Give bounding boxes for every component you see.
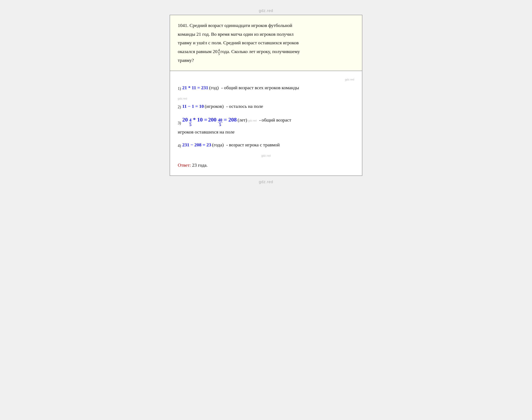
step2-formula: 11 − 1 = 10 [182,102,204,111]
step1-number: 1) [178,85,181,92]
step1-row: 1) 21 * 11 = 231 (год) - общий возраст в… [178,83,354,92]
problem-frac-num: 4 [218,49,220,52]
step3-inner: 3) 2045 * 10 = 200405 = 208 (лет) gdz.re… [178,115,354,127]
bottom-watermark: gdz.red [259,180,273,184]
step3-row: 3) 2045 * 10 = 200405 = 208 (лет) gdz.re… [178,115,354,136]
step1-inner: 1) 21 * 11 = 231 (год) - общий возраст в… [178,83,354,92]
main-box: 1041. Средний возраст одиннадцати игроко… [170,15,362,176]
solution-section: gdz.red 1) 21 * 11 = 231 (год) - общий в… [170,71,362,175]
step3-result-frac-den: 5 [219,122,222,127]
problem-text-line4-pre: оказался равным 20 [178,49,217,54]
step4-inner: 4) 231 − 208 = 23 (года) - возраст игрок… [178,140,354,149]
mid-watermark-4: gdz.red [178,153,354,159]
answer-text: 23 года. [192,162,208,168]
step4-number: 4) [178,142,181,149]
mid-watermark-2: gdz.red [178,96,354,101]
step3-desc-line2: игроков оставшихся на поле [178,128,354,136]
step3-desc: общий возраст [262,116,291,124]
step2-number: 2) [178,103,181,111]
mid-watermark-1: gdz.red [178,77,354,82]
step1-desc: - общий возраст всех игроков команды [221,83,299,92]
mid-watermark-3: gdz.red [248,118,257,123]
step3-eq: = 208 [224,115,237,125]
step3-frac-den: 5 [189,122,192,127]
problem-number: 1041. [178,23,189,28]
step3-desc-2: игроков оставшихся на поле [178,129,235,135]
top-watermark: gdz.red [259,9,273,13]
step3-mixed-frac: 45 [189,118,192,127]
step3-result-int: 200 [208,115,217,125]
step1-formula: 21 * 11 = 231 [182,83,208,92]
step2-row: 2) 11 − 1 = 10 (игроков) - осталось на п… [178,102,354,111]
step4-unit: (года) [212,140,224,149]
step1-unit: (год) [209,83,219,92]
step3-number: 3) [178,120,181,127]
step2-desc: - осталось на поле [226,102,263,111]
step3-desc-dash: - [259,116,261,124]
step4-formula: 231 − 208 = 23 [182,140,211,149]
step2-unit: (игроков) [205,102,224,111]
problem-text-line4-post: года. Сколько лет игроку, получившему [220,49,300,54]
step3-mixed-int: 20 [182,115,188,125]
step3-result-frac: 405 [218,118,223,127]
problem-fraction: 45 [218,49,220,56]
step3-frac-num: 4 [189,118,192,122]
answer-line: Ответ: 23 года. [178,161,354,170]
step4-row: 4) 231 − 208 = 23 (года) - возраст игрок… [178,140,354,149]
answer-label: Ответ: [178,162,191,168]
problem-text-line2: команды 21 год. Во время матча один из и… [178,31,293,37]
step2-inner: 2) 11 − 1 = 10 (игроков) - осталось на п… [178,102,354,111]
step3-result-frac-num: 40 [218,118,223,122]
problem-text-line3: травму и ушёл с поля. Средний возраст ос… [178,40,299,45]
problem-text-line5: травму? [178,58,194,63]
step3-unit: (лет) [238,116,247,124]
step4-desc: - возраст игрока с травмой [226,140,280,149]
problem-section: 1041. Средний возраст одиннадцати игроко… [170,15,362,71]
problem-frac-den: 5 [218,52,220,56]
step3-op1: * 10 = [193,115,207,125]
problem-text-line1: Средний возраст одиннадцати игроков футб… [190,23,292,28]
